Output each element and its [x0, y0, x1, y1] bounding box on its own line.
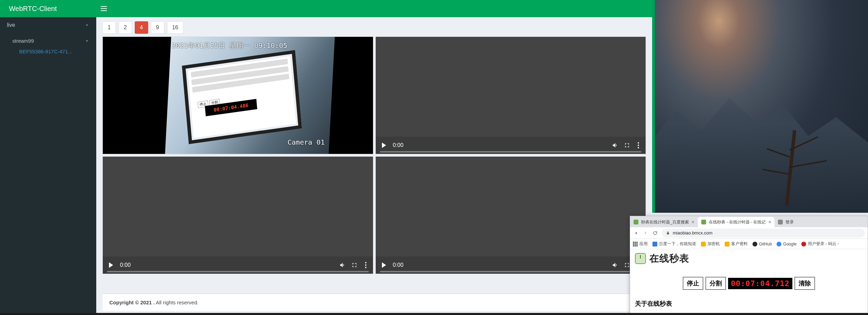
stopwatch-split-button[interactable]: 分割 [705, 277, 726, 290]
browser-tab-3[interactable]: 登录 [774, 217, 797, 227]
os-taskbar[interactable] [0, 313, 868, 315]
sidebar-item-label: live [7, 22, 15, 28]
bookmark-item[interactable]: 加密机 [701, 241, 720, 247]
camera-timestamp-overlay: 2021年01月25日 星期一 09:10:05 [172, 41, 287, 50]
stopwatch-controls: 停止 分割 00:07:04.712 清除 [635, 277, 863, 290]
tab-close-icon[interactable]: × [768, 219, 771, 225]
favicon-icon [701, 220, 706, 224]
layout-button-row: 1 2 4 9 16 [102, 21, 646, 34]
bookmark-label: Google [783, 242, 796, 246]
chevron-down-icon [85, 23, 89, 28]
fullscreen-icon[interactable] [624, 142, 630, 149]
sidebar-toggle-button[interactable] [96, 0, 111, 17]
bookmark-item[interactable]: 百度一下，你就知道 [652, 241, 696, 247]
video-cell-1[interactable]: 停止 分割 00:07:04.486 2021年01月25日 星期一 09:10… [102, 36, 373, 154]
fullscreen-icon[interactable] [624, 262, 630, 269]
play-icon[interactable] [382, 143, 386, 148]
camera-image: 停止 分割 00:07:04.486 [165, 37, 334, 154]
fullscreen-icon[interactable] [351, 262, 358, 269]
apps-label: 应用 [639, 241, 648, 247]
video-placeholder [376, 37, 646, 154]
video-cell-4[interactable]: 0:00 [375, 156, 646, 274]
tab-title: 在线秒表 - 在线计时器 - 在线记 [709, 219, 766, 225]
stopwatch-stop-button[interactable]: 停止 [683, 277, 703, 290]
bookmark-item[interactable]: GitHub [752, 242, 772, 246]
tab-close-icon[interactable]: × [692, 219, 694, 225]
video-cell-2[interactable]: 0:00 [375, 36, 646, 154]
desktop-wallpaper [655, 0, 868, 213]
camera-feed: 停止 分割 00:07:04.486 2021年01月25日 星期一 09:10… [103, 37, 373, 154]
more-icon[interactable] [363, 262, 369, 268]
url-text: miaobiao.bmcx.com [673, 230, 713, 235]
volume-icon[interactable] [612, 142, 619, 149]
video-placeholder [103, 157, 373, 274]
bookmark-favicon-icon [701, 242, 706, 246]
reload-icon[interactable] [652, 230, 658, 236]
bookmark-item[interactable]: Google [777, 242, 796, 246]
chevron-down-icon [85, 39, 89, 43]
volume-icon[interactable] [339, 262, 346, 269]
webrtc-app-window: WebRTC-Client live stream99 BEF55386-817… [0, 0, 652, 315]
rights-text: All rights reserved. [155, 300, 199, 305]
video-time: 0:00 [120, 262, 131, 268]
video-track[interactable] [107, 271, 369, 272]
back-icon[interactable] [633, 230, 639, 236]
volume-icon[interactable] [612, 262, 619, 269]
more-icon[interactable] [635, 142, 641, 148]
bookmark-item[interactable]: 用户登录 - 码云 - [801, 241, 839, 247]
forward-icon[interactable] [642, 230, 649, 236]
bookmark-label: 用户登录 - 码云 - [808, 241, 839, 247]
favicon-icon [634, 220, 638, 224]
browser-page-content: 在线秒表 停止 分割 00:07:04.712 清除 关于在线秒表 [630, 249, 868, 311]
video-cell-3[interactable]: 0:00 [102, 156, 373, 274]
copyright-text: Copyright © 2021 . [109, 300, 155, 305]
browser-window: 秒表在线计时器_百度搜索 × 在线秒表 - 在线计时器 - 在线记 × 登录 m… [630, 216, 868, 315]
sidebar-item-label: stream99 [12, 38, 34, 44]
apps-button[interactable]: 应用 [633, 241, 648, 247]
video-track[interactable] [380, 151, 642, 153]
browser-tab-2[interactable]: 在线秒表 - 在线计时器 - 在线记 × [698, 217, 775, 227]
page-heading-row: 在线秒表 [635, 252, 863, 265]
page-title: 在线秒表 [649, 252, 689, 265]
play-icon[interactable] [382, 262, 386, 268]
bookmark-favicon-icon [652, 242, 657, 246]
sidebar-item-stream-id[interactable]: BEF55386-817C-471... [0, 49, 96, 54]
brand-title: WebRTC-Client [0, 5, 96, 13]
bookmark-label: 客户资料 [731, 241, 748, 247]
bookmark-favicon-icon [752, 242, 757, 246]
layout-btn-4[interactable]: 4 [135, 21, 148, 34]
layout-btn-1[interactable]: 1 [102, 21, 116, 34]
sidebar-item-live[interactable]: live [0, 17, 96, 33]
bookmark-label: 百度一下，你就知道 [659, 241, 696, 247]
wallpaper-tree [758, 103, 834, 206]
content-area: 1 2 4 9 16 停止 [96, 17, 652, 315]
hamburger-icon [101, 8, 107, 9]
layout-btn-2[interactable]: 2 [119, 21, 132, 34]
video-track[interactable] [380, 271, 642, 272]
bookmark-item[interactable]: 客户资料 [725, 241, 748, 247]
play-icon[interactable] [109, 262, 113, 268]
footer: Copyright © 2021 . All rights reserved. [102, 294, 646, 311]
browser-tab-1[interactable]: 秒表在线计时器_百度搜索 × [630, 217, 698, 227]
sidebar-item-label: BEF55386-817C-471... [19, 49, 72, 54]
browser-address-bar: miaobiao.bmcx.com [630, 227, 868, 239]
camera-label-overlay: Camera 01 [287, 138, 325, 146]
apps-grid-icon [633, 242, 638, 246]
bookmark-favicon-icon [777, 242, 781, 246]
app-resize-edge[interactable] [652, 0, 655, 213]
stopwatch-clear-button[interactable]: 清除 [794, 277, 815, 290]
bookmarks-bar: 应用 百度一下，你就知道 加密机 客户资料 GitHub Google 用户登录… [630, 239, 868, 249]
tab-title: 登录 [785, 219, 794, 225]
omnibox[interactable]: miaobiao.bmcx.com [662, 229, 865, 238]
monitor-in-frame: 停止 分割 00:07:04.486 [182, 50, 302, 144]
lock-icon [666, 231, 670, 235]
topbar: WebRTC-Client [0, 0, 652, 17]
layout-btn-9[interactable]: 9 [151, 21, 164, 34]
video-time: 0:00 [393, 142, 404, 148]
bookmark-favicon-icon [801, 242, 806, 246]
bookmark-favicon-icon [725, 242, 729, 246]
stopwatch-logo-icon [635, 253, 646, 264]
layout-btn-16[interactable]: 16 [167, 21, 184, 34]
sidebar-item-stream99[interactable]: stream99 [0, 33, 96, 49]
bookmark-label: 加密机 [707, 241, 720, 247]
